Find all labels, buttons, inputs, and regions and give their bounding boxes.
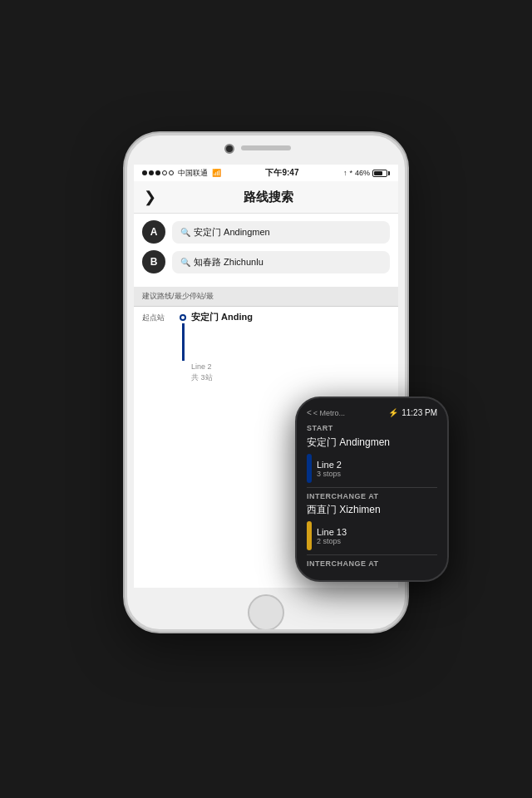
phone-mockup: 中国联通 📶 下午9:47 ↑ * 46%: [125, 133, 407, 632]
search-section: A 🔍 安定门 Andingmen B 🔍 知春路 Zhichunlu: [134, 214, 398, 287]
watch-back-button: < < Metro...: [307, 408, 345, 417]
badge-a: A: [142, 220, 165, 244]
watch-station2-name: 西直门 Xizhimen: [307, 503, 437, 517]
watch-time-section: ⚡ 11:23 PM: [388, 408, 437, 417]
carrier-name: 中国联通: [178, 168, 208, 179]
nav-title: 路线搜索: [163, 190, 373, 205]
watch-interchange2-label: INTERCHANGE AT: [307, 554, 437, 568]
phone-home-button[interactable]: [248, 594, 284, 631]
watch-line1-name: Line 2: [317, 460, 342, 470]
watch-time: 11:23 PM: [401, 408, 437, 417]
bluetooth-icon: *: [349, 169, 352, 177]
search-input-b[interactable]: 🔍 知春路 Zhichunlu: [172, 251, 390, 273]
signal-dot-1: [142, 170, 147, 175]
battery-body: [372, 170, 387, 177]
tabs-label: 建议路线/最少停站/最: [142, 292, 214, 300]
back-chevron[interactable]: ❯: [144, 188, 156, 206]
phone-power-button: [405, 210, 407, 260]
battery-icon: [372, 170, 390, 177]
search-row-a: A 🔍 安定门 Andingmen: [142, 220, 390, 244]
signal-dot-5: [169, 170, 174, 175]
battery-percent: 46%: [355, 169, 370, 177]
route-label-col: 起点站: [142, 311, 180, 383]
route-stops-label: 共 3站: [191, 372, 390, 383]
route-dot-start: [180, 314, 186, 321]
start-label: 起点站: [142, 313, 165, 322]
watch-line1-info: Line 2 3 stops: [317, 460, 342, 478]
search-icon-a: 🔍: [180, 228, 190, 237]
signal-dot-4: [162, 170, 167, 175]
search-text-a: 安定门 Andingmen: [194, 226, 270, 239]
signal-bars: [142, 170, 174, 175]
status-bar: 中国联通 📶 下午9:47 ↑ * 46%: [134, 165, 398, 181]
wifi-icon: 📶: [212, 169, 221, 177]
watch-status-bar: < < Metro... ⚡ 11:23 PM: [307, 408, 437, 417]
route-station-name: 安定门 Anding: [191, 311, 253, 323]
battery-tip: [388, 171, 390, 175]
phone-camera: [224, 144, 234, 154]
nav-bar: ❯ 路线搜索: [134, 181, 398, 214]
status-carrier: 中国联通 📶: [142, 168, 221, 179]
signal-dot-2: [149, 170, 154, 175]
battery-fill: [374, 171, 382, 175]
search-text-b: 知春路 Zhichunlu: [194, 256, 264, 268]
watch-station1-name: 安定门 Andingmen: [307, 436, 437, 450]
search-row-b: B 🔍 知春路 Zhichunlu: [142, 250, 390, 273]
location-icon: ↑: [343, 169, 347, 177]
phone-speaker: [241, 145, 291, 150]
watch-line2-row: Line 13 2 stops: [307, 521, 437, 550]
search-icon-b: 🔍: [180, 258, 190, 267]
route-line-vertical: [182, 323, 185, 361]
watch-line2-stops: 2 stops: [317, 537, 347, 545]
watch-line2-bar: [307, 521, 312, 550]
search-input-a[interactable]: 🔍 安定门 Andingmen: [172, 221, 390, 244]
route-line-name: Line 2: [191, 362, 390, 371]
watch-line1-row: Line 2 3 stops: [307, 454, 437, 483]
watch-line1-bar: [307, 454, 312, 483]
route-start-station: 安定门 Anding: [180, 311, 390, 323]
signal-dot-3: [155, 170, 160, 175]
watch-line1-stops: 3 stops: [317, 470, 342, 478]
watch-charging-icon: ⚡: [388, 408, 398, 417]
watch-interchange1-label: INTERCHANGE AT: [307, 487, 437, 500]
badge-b: B: [142, 250, 165, 273]
phone-volume-up-button: [125, 227, 127, 260]
watch-app-name: < Metro...: [313, 409, 345, 417]
route-display: 起点站 安定门 Anding Line 2 共 3站: [134, 311, 398, 383]
watch-chevron-icon: <: [307, 408, 312, 417]
status-right: ↑ * 46%: [343, 169, 390, 177]
route-content-col: 安定门 Anding Line 2 共 3站: [180, 311, 390, 383]
watch-line2-name: Line 13: [317, 527, 347, 537]
watch-line2-info: Line 13 2 stops: [317, 527, 347, 545]
watch-start-label: START: [307, 424, 437, 432]
phone-volume-down-button: [125, 268, 127, 302]
tabs-bar[interactable]: 建议路线/最少停站/最: [134, 287, 398, 307]
phone-mute-button: [125, 194, 127, 219]
watch-widget: < < Metro... ⚡ 11:23 PM START 安定门 Anding…: [295, 397, 449, 582]
status-time: 下午9:47: [265, 167, 298, 179]
